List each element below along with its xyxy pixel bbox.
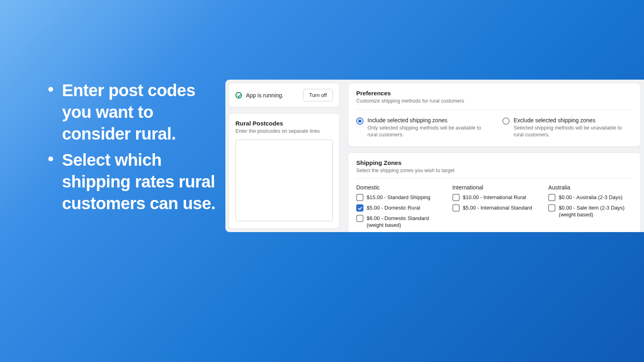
radio-icon[interactable] [502,117,510,125]
zone-option[interactable]: $5.00 - Domestic Rural [356,204,440,212]
pref-option-exclude[interactable]: Exclude selected shipping zones Selected… [502,117,632,138]
zone-column: Domestic$15.00 - Standard Shipping$5.00 … [356,184,440,232]
zone-column-title: Australia [548,184,632,191]
zone-option-label: $0.00 - Sale Item (2-3 Days) (weight bas… [559,204,632,218]
zone-column: Australia$0.00 - Australia (2-3 Days)$0.… [548,184,632,232]
promo-bullet: Enter post codes you want to consider ru… [44,80,221,144]
zone-option-label: $10.00 - International Rural [463,194,526,201]
postcodes-input[interactable] [235,140,333,221]
checkbox-icon[interactable] [548,194,555,201]
zone-option[interactable]: $6.00 - Domestic Standard (weight based) [356,215,440,229]
zone-column-title: Domestic [356,184,440,191]
preferences-subtitle: Customize shipping methods for rural cus… [356,98,632,104]
pref-option-include[interactable]: Include selected shipping zones Only sel… [356,117,486,138]
zone-option[interactable]: $15.00 - Standard Shipping [356,194,440,201]
promo-bullets: Enter post codes you want to consider ru… [44,80,221,219]
radio-icon[interactable] [356,117,363,125]
checkbox-icon[interactable] [452,204,460,212]
postcodes-card: Rural Postcodes Enter the postcodes on s… [229,113,340,229]
zone-column: International$10.00 - International Rura… [452,184,537,232]
pref-option-label: Include selected shipping zones [367,117,486,123]
preferences-title: Preferences [356,90,632,97]
pref-option-desc: Only selected shipping methods will be a… [367,125,486,138]
app-panel: App is running. Turn off Rural Postcodes… [225,80,644,232]
zone-column-title: International [452,184,537,191]
pref-option-desc: Selected shipping methods will be unavai… [514,125,632,138]
preferences-card: Preferences Customize shipping methods f… [348,83,641,147]
turn-off-button[interactable]: Turn off [303,89,333,101]
zones-title: Shipping Zones [356,159,632,166]
checkbox-icon[interactable] [356,204,363,212]
zone-option-label: $15.00 - Standard Shipping [367,194,430,201]
shipping-zones-card: Shipping Zones Select the shipping zones… [348,152,641,232]
promo-bullet: Select which shipping rates rural custom… [44,149,221,214]
zone-option-label: $0.00 - Australia (2-3 Days) [559,194,622,201]
zone-option-label: $5.00 - Domestic Rural [367,204,420,212]
zone-option[interactable]: $5.00 - International Standard [452,204,537,212]
zone-option-label: $5.00 - International Standard [463,204,532,212]
zone-option[interactable]: $0.00 - Australia (2-3 Days) [548,194,632,201]
zone-option[interactable]: $0.00 - Sale Item (2-3 Days) (weight bas… [548,204,632,218]
check-circle-icon [235,92,242,99]
status-card: App is running. Turn off [229,83,340,107]
zone-columns: Domestic$15.00 - Standard Shipping$5.00 … [356,184,632,232]
zones-subtitle: Select the shipping zones you wish to ta… [356,168,632,173]
checkbox-icon[interactable] [548,204,555,212]
pref-option-label: Exclude selected shipping zones [514,117,632,123]
postcodes-title: Rural Postcodes [235,120,333,127]
checkbox-icon[interactable] [452,194,460,201]
checkbox-icon[interactable] [356,215,363,222]
preferences-options: Include selected shipping zones Only sel… [356,117,632,138]
status-text: App is running. [246,92,283,99]
zone-option[interactable]: $10.00 - International Rural [452,194,537,201]
zone-option-label: $6.00 - Domestic Standard (weight based) [367,215,440,229]
checkbox-icon[interactable] [356,194,363,201]
postcodes-subtitle: Enter the postcodes on separate lines [235,128,333,134]
